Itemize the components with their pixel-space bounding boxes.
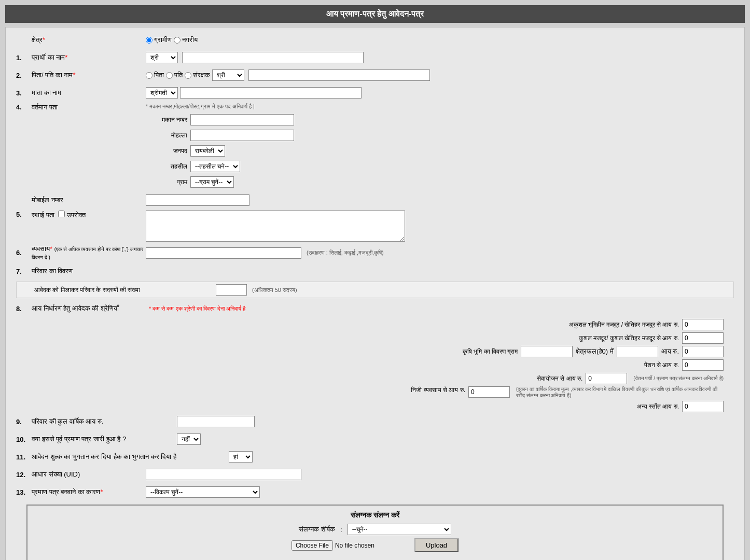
f5-label: स्थाई पता उपरोक्त	[32, 211, 146, 219]
tehseel-select[interactable]: --तहसील चने--	[190, 161, 240, 172]
income6-label: निजी व्यवसाय से आय रु.	[268, 386, 465, 394]
grameen-label: ग्रामीण	[154, 36, 172, 44]
income7-label: अन्य स्तोंत आय रु.	[482, 403, 679, 410]
f12-label: आधार संख्या (UID)	[32, 470, 146, 479]
f2-title-select[interactable]: श्री श्रीमती	[212, 69, 244, 81]
f3-name-input[interactable]	[180, 87, 362, 99]
f12-uid-input[interactable]	[146, 469, 301, 480]
row-num-3: 3.	[16, 89, 32, 97]
row-num-10: 10.	[16, 436, 32, 443]
row-num-2: 2.	[16, 72, 32, 79]
nagareey-label: नगरीय	[182, 36, 198, 44]
makan-input[interactable]	[190, 114, 294, 125]
f8-note: * कम से कम एक श्रेणी का विवरण देना अनिवा…	[149, 305, 245, 312]
f3-title-select[interactable]: श्रीमती	[146, 87, 178, 99]
f4-label: वर्तमान पता	[32, 103, 146, 111]
income5-note: (वेतन पर्ची / प्रमाण पत्र संलग्न करना अन…	[633, 375, 724, 382]
f7-label: परिवार का विवरण	[32, 267, 146, 275]
f8-label: आय निर्धारण हेतु आवेदक की श्रेणियाँ	[32, 304, 146, 313]
tehseel-label: तहसील	[146, 163, 187, 170]
f13-label: प्रमाण पत्र बनवाने का कारण*	[32, 488, 146, 496]
attachment-title: संलग्नक संलग्न करें	[33, 511, 717, 520]
income4-input[interactable]	[682, 359, 724, 371]
kshetra-label: क्षेत्र*	[32, 36, 146, 44]
address-note: * मकान नम्बर,मोहल्ला/पोस्ट,ग्राम में एक …	[146, 103, 255, 110]
pita-label: पिता	[154, 71, 164, 79]
row-num-1: 1.	[16, 54, 32, 62]
income1-input[interactable]	[682, 319, 724, 330]
sanrakshak-radio[interactable]	[185, 72, 191, 79]
income6-note: (दुकान का वार्षिक किराया मूल्य ,व्यापार …	[516, 386, 724, 399]
f6-input[interactable]	[146, 247, 301, 259]
f10-label: क्या इससे पूर्व प्रमाण पत्र जारी हुआ है …	[32, 435, 177, 443]
f3-label: माता का नाम	[32, 89, 146, 97]
row-num-9: 9.	[16, 418, 32, 426]
row-num-4: 4.	[16, 103, 32, 111]
pati-label: पति	[174, 71, 183, 79]
family-count-label: आवेदक को मिलाकर परिवार के सदस्यों की संख…	[34, 286, 216, 293]
upload-button[interactable]: Upload	[414, 538, 459, 552]
f6-label: व्यवसाय* (एक से अधिक व्यवसाय होने पर कां…	[32, 245, 146, 261]
mobile-label: मोबाईल नम्बर	[32, 196, 146, 204]
page-title: आय प्रमाण-पत्र हेतु आवेदन-पत्र	[5, 5, 745, 23]
gram-label: ग्राम	[146, 178, 187, 186]
grameen-radio[interactable]	[146, 37, 152, 44]
income5-input[interactable]	[586, 373, 627, 384]
janpad-select[interactable]: रायबरेली	[190, 145, 225, 157]
row-num-11: 11.	[16, 453, 32, 461]
mohalla-input[interactable]	[190, 130, 294, 141]
row-num-5: 5.	[16, 211, 32, 218]
gram-select[interactable]: --ग्राम चुनें--	[190, 176, 234, 188]
family-count-input[interactable]	[216, 284, 247, 296]
attachment-heading-label: संलग्नक शीर्षक	[299, 525, 335, 534]
income3-aay-input[interactable]	[682, 346, 724, 357]
f9-input[interactable]	[177, 416, 255, 427]
income3-kshetrafal-input[interactable]	[617, 346, 658, 357]
attachment-heading-select[interactable]: --चुने--	[348, 524, 451, 535]
f11-select[interactable]: हां नहीं	[229, 451, 253, 463]
row-num-8: 8.	[16, 305, 32, 313]
f5-textarea[interactable]	[146, 211, 405, 242]
mohalla-label: मोहल्ला	[146, 132, 187, 139]
income4-label: पेंशन से आय रु.	[482, 361, 679, 369]
row-num-7: 7.	[16, 268, 32, 275]
income3-gram-input[interactable]	[521, 346, 573, 357]
f13-select[interactable]: --विकल्प चुनें--	[146, 486, 260, 498]
row-num-6: 6.	[16, 249, 32, 257]
janpad-label: जनपद	[146, 147, 187, 155]
f6-example: (उदाहरण : सिलाई, कढ़ाई ,मजदूरी,कृषि)	[307, 249, 384, 256]
nagareey-radio[interactable]	[174, 37, 180, 44]
pita-radio[interactable]	[146, 72, 152, 79]
income5-label: सेवायोजन से आय रु.	[385, 375, 582, 382]
uproakt-checkbox[interactable]	[58, 211, 65, 217]
income3-aay-label: आय रु.	[661, 347, 679, 356]
family-max-note: (अधिकतम 50 सदस्य)	[252, 287, 297, 293]
f9-label: परिवार की कुल वार्षिक आय रु.	[32, 417, 177, 426]
row-num-13: 13.	[16, 488, 32, 496]
f1-title-select[interactable]: श्री श्रीमती कुमारी	[146, 52, 178, 63]
f1-label: प्रार्थी का नाम*	[32, 53, 146, 62]
income7-input[interactable]	[682, 401, 724, 412]
mobile-input[interactable]	[146, 194, 249, 206]
row-num-12: 12.	[16, 471, 32, 479]
sanrakshak-label: संरक्षक	[193, 71, 210, 79]
makan-label: मकान नम्बर	[146, 116, 187, 123]
income1-label: अकुशल भूमिहीन मजदूर / खेतिहर मजदूर से आय…	[482, 321, 679, 328]
f1-name-input[interactable]	[182, 52, 364, 63]
income3-kshetrafal-label: क्षेत्रफल(हे0) में	[576, 347, 614, 356]
pati-radio[interactable]	[166, 72, 173, 79]
f2-label: पिता/ पति का नाम*	[32, 71, 146, 79]
file-upload-input[interactable]	[291, 540, 409, 551]
f10-select[interactable]: नहीं हां	[177, 433, 201, 445]
income6-input[interactable]	[468, 386, 510, 398]
income2-input[interactable]	[682, 332, 724, 344]
f11-label: आवेदन शुल्क का भुगतान कर दिया हैक का भुग…	[32, 453, 229, 461]
income2-label: कुशल मजदूर/ कुशल खेतिहर मजदूर से आय रु.	[482, 334, 679, 342]
income3-label: कृषि भूमि का विवरण ग्राम	[404, 348, 518, 355]
f2-name-input[interactable]	[248, 69, 430, 81]
